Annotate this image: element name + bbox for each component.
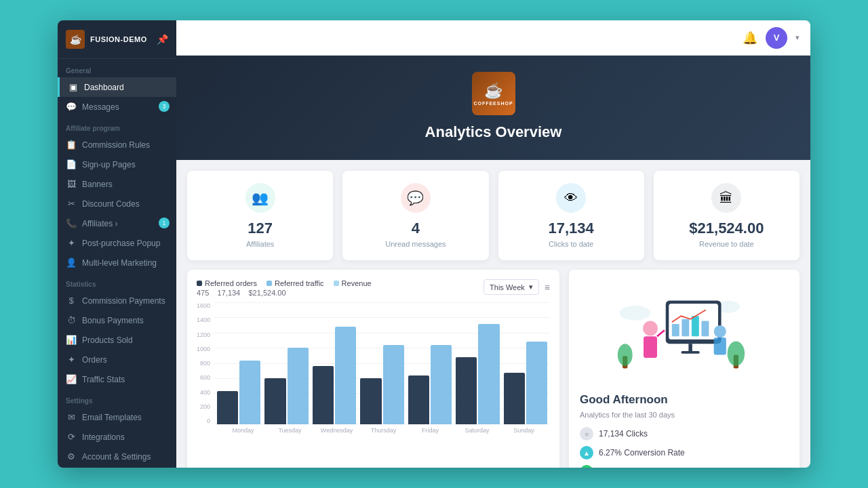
- sidebar-item-dashboard[interactable]: ▣ Dashboard: [58, 77, 176, 97]
- bars-area: [214, 302, 550, 424]
- svg-point-16: [618, 344, 633, 366]
- shop-logo-text: COFFEESHOP: [473, 101, 513, 106]
- hero-section: ☕ COFFEESHOP Analytics Overview: [176, 56, 810, 160]
- sidebar-item-commission-payments[interactable]: $ Commission Payments: [58, 291, 176, 310]
- stat-card-unread-messages: 💬 4 Unread messages: [342, 171, 488, 260]
- sidebar-item-bonus-payments[interactable]: ⏱ Bonus Payments: [58, 310, 176, 330]
- sidebar-item-post-purchase-popup[interactable]: ✦ Post-purchase Popup: [58, 233, 176, 253]
- revenue-to-date-value: $21,524.00: [663, 220, 790, 237]
- sidebar-item-multi-level-marketing[interactable]: 👤 Multi-level Marketing: [58, 253, 176, 272]
- sidebar-item-banners[interactable]: 🖼 Banners: [58, 174, 176, 194]
- shop-logo: ☕ COFFEESHOP: [472, 72, 515, 115]
- sidebar-item-label: Messages: [82, 102, 119, 112]
- bars-row: [214, 302, 550, 424]
- sidebar-section-help: Help: [58, 466, 176, 468]
- sidebar-item-label: Account & Settings: [82, 452, 151, 462]
- sidebar-item-orders[interactable]: ✦ Orders: [58, 350, 176, 369]
- user-avatar[interactable]: V: [766, 27, 787, 49]
- bar-light-saturday: [478, 324, 499, 424]
- sidebar-item-integrations[interactable]: ⟳ Integrations: [58, 427, 176, 447]
- avatar-chevron-icon[interactable]: ▾: [795, 33, 800, 42]
- sidebar-item-label: Post-purchase Popup: [82, 239, 160, 248]
- bar-group-sunday: [504, 302, 547, 424]
- svg-rect-8: [688, 344, 692, 351]
- svg-rect-7: [701, 321, 709, 337]
- meta-revenue: $21,524.00: [248, 289, 285, 297]
- svg-rect-9: [681, 351, 699, 354]
- sidebar-item-messages[interactable]: 💬 Messages 3: [58, 97, 176, 117]
- y-label: 1400: [197, 317, 210, 323]
- sidebar-item-sign-up-pages[interactable]: 📄 Sign-up Pages: [58, 155, 176, 174]
- svg-rect-4: [672, 324, 679, 336]
- illustration: [580, 281, 789, 385]
- bar-dark-monday: [217, 391, 238, 424]
- stat-cards: 👥 127 Affiliates 💬 4 Unread messages 👁 1…: [176, 160, 810, 260]
- dashboard-icon: ▣: [68, 82, 79, 92]
- conversion-icon: ▲: [580, 446, 593, 460]
- sidebar-section-statistics: Statistics: [58, 272, 176, 291]
- sidebar-item-commission-rules[interactable]: 📋 Commission Rules: [58, 135, 176, 155]
- notification-bell-icon[interactable]: 🔔: [743, 30, 757, 45]
- bar-chart-card: Referred ordersReferred trafficRevenue 4…: [187, 270, 559, 468]
- account-settings-icon: ⚙: [66, 451, 77, 462]
- stat-card-affiliates: 👥 127 Affiliates: [187, 171, 333, 260]
- info-stat-clicks: ○ 17,134 Clicks: [580, 427, 789, 441]
- clicks-text: 17,134 Clicks: [599, 429, 648, 439]
- chart-menu-icon[interactable]: ≡: [545, 282, 550, 293]
- bar-light-sunday: [526, 342, 547, 424]
- bar-dark-wednesday: [313, 366, 334, 424]
- sidebar-item-traffic-stats[interactable]: 📈 Traffic Stats: [58, 369, 176, 389]
- conversion-text: 6.27% Conversion Rate: [599, 448, 685, 458]
- affiliates-label: Affiliates: [197, 240, 323, 248]
- sidebar: ☕ FUSION-DEMO 📌 General▣ Dashboard 💬 Mes…: [58, 20, 176, 468]
- bar-group-monday: [217, 302, 260, 424]
- sidebar-item-email-templates[interactable]: ✉ Email Templates: [58, 407, 176, 427]
- orders-icon: ✓: [580, 465, 593, 468]
- affiliates-icon: 👥: [245, 183, 275, 213]
- sidebar-item-discount-codes[interactable]: ✂ Discount Codes: [58, 194, 176, 214]
- svg-rect-14: [714, 338, 726, 354]
- sidebar-item-affiliates[interactable]: 📞 Affiliates › 1: [58, 214, 176, 233]
- sidebar-item-account-settings[interactable]: ⚙ Account & Settings: [58, 447, 176, 466]
- sidebar-section-settings: Settings: [58, 389, 176, 407]
- svg-point-10: [643, 321, 658, 336]
- discount-codes-icon: ✂: [66, 199, 77, 209]
- chart-filter-label: This Week: [490, 283, 525, 291]
- x-label-saturday: Saturday: [454, 427, 500, 434]
- orders-icon: ✦: [66, 354, 77, 365]
- info-stat-orders: ✓ 475 Total orders: [580, 465, 789, 468]
- main-content: 🔔 V ▾ ☕ COFFEESHOP Analytics Overview 👥 …: [176, 20, 810, 468]
- chart-filter-dropdown[interactable]: This Week ▾: [484, 279, 539, 295]
- info-greeting: Good Afternoon: [580, 393, 789, 407]
- info-stats: ○ 17,134 Clicks ▲ 6.27% Conversion Rate …: [580, 427, 789, 468]
- x-axis: MondayTuesdayWednesdayThursdayFridaySatu…: [217, 424, 550, 434]
- chevron-down-icon: ▾: [529, 283, 533, 291]
- bar-dark-tuesday: [264, 378, 285, 424]
- integrations-icon: ⟳: [66, 432, 77, 442]
- sign-up-pages-icon: 📄: [66, 159, 77, 169]
- banners-icon: 🖼: [66, 179, 77, 189]
- pin-icon[interactable]: 📌: [157, 34, 168, 45]
- x-label-thursday: Thursday: [360, 427, 407, 434]
- sidebar-nav: General▣ Dashboard 💬 Messages 3Affiliate…: [58, 59, 176, 468]
- sidebar-item-label: Orders: [82, 355, 107, 365]
- bar-group-saturday: [456, 302, 499, 424]
- y-axis: 16001400120010008006004002000: [197, 302, 214, 424]
- clicks-to-date-value: 17,134: [508, 220, 635, 237]
- sidebar-item-products-sold[interactable]: 📊 Products Sold: [58, 330, 176, 350]
- y-label: 600: [200, 374, 210, 381]
- info-sub-label: Analytics for the last 30 days: [580, 411, 789, 419]
- traffic-stats-icon: 📈: [66, 374, 77, 384]
- bar-group-friday: [408, 302, 452, 424]
- messages-icon: 💬: [66, 102, 77, 112]
- email-templates-icon: ✉: [66, 412, 77, 422]
- bar-dark-sunday: [504, 373, 525, 424]
- bar-dark-saturday: [456, 357, 477, 424]
- svg-point-0: [620, 306, 650, 321]
- svg-point-18: [728, 342, 745, 366]
- affiliates-value: 127: [197, 220, 323, 237]
- svg-rect-5: [682, 319, 689, 336]
- y-label: 1200: [197, 331, 210, 338]
- sidebar-item-label: Multi-level Marketing: [82, 258, 157, 268]
- chart-header: Referred ordersReferred trafficRevenue 4…: [197, 279, 550, 297]
